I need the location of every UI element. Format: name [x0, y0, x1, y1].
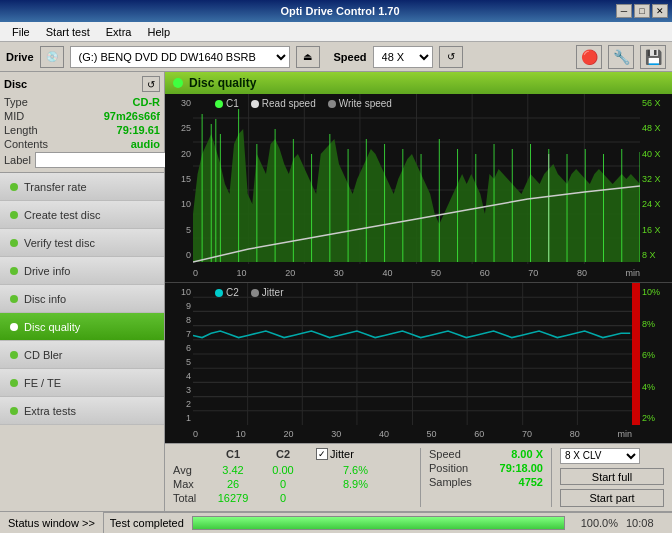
write-speed-label: Write speed [339, 98, 392, 109]
progress-text: 100.0% [573, 517, 618, 529]
disc-label-input[interactable] [35, 152, 168, 168]
start-full-button[interactable]: Start full [560, 468, 664, 486]
menu-extra[interactable]: Extra [98, 24, 140, 40]
jitter-check: ✓ Jitter [316, 448, 354, 460]
read-speed-dot [251, 100, 259, 108]
disc-quality-title: Disc quality [189, 76, 256, 90]
drive-label: Drive [6, 51, 34, 63]
menu-file[interactable]: File [4, 24, 38, 40]
app-title: Opti Drive Control 1.70 [64, 5, 616, 17]
disc-mid-label: MID [4, 110, 24, 122]
avg-jitter: 7.6% [308, 464, 368, 476]
status-progress-area: Test completed 100.0% 10:08 [104, 514, 672, 532]
status-text: Test completed [110, 517, 184, 529]
max-c2: 0 [258, 478, 308, 490]
write-speed-dot [328, 100, 336, 108]
menu-bar: File Start test Extra Help [0, 22, 672, 42]
nav-dot [10, 183, 18, 191]
drive-icon-btn[interactable]: 💿 [40, 46, 64, 68]
status-window-btn[interactable]: Status window >> [0, 512, 104, 533]
legend-read-speed: Read speed [251, 98, 316, 109]
save-icon-btn[interactable]: 💾 [640, 45, 666, 69]
disc-type-row: Type CD-R [4, 96, 160, 108]
title-bar-buttons: ─ □ ✕ [616, 4, 668, 18]
action-section: 8 X CLV Start full Start part [552, 444, 672, 511]
disc-contents-label: Contents [4, 138, 48, 150]
nav-cd-bler[interactable]: CD Bler [0, 341, 164, 369]
disc-mid-row: MID 97m26s66f [4, 110, 160, 122]
max-label: Max [173, 478, 208, 490]
bottom-chart-x-axis: 0 10 20 30 40 50 60 70 80 min [193, 425, 632, 443]
disc-label-row: Label ⚙ [4, 152, 160, 168]
stats-total-row: Total 16279 0 [173, 492, 412, 504]
bottom-chart-y-right: 10% 8% 6% 4% 2% [640, 283, 672, 425]
stats-table: C1 C2 ✓ Jitter Avg 3.42 0.00 7.6% Max 26 [165, 444, 420, 511]
nav-transfer-rate[interactable]: Transfer rate [0, 173, 164, 201]
jitter-check-label: Jitter [330, 448, 354, 460]
nav-drive-info-label: Drive info [24, 265, 70, 277]
nav-fe-te[interactable]: FE / TE [0, 369, 164, 397]
samples-row-label: Samples [429, 476, 472, 488]
avg-label: Avg [173, 464, 208, 476]
nav-disc-quality-label: Disc quality [24, 321, 80, 333]
legend-c1: C1 [215, 98, 239, 109]
settings-icon-btn[interactable]: 🔧 [608, 45, 634, 69]
disc-contents-value: audio [131, 138, 160, 150]
nav-dot [10, 239, 18, 247]
bottom-chart-canvas [193, 283, 632, 425]
nav-dot [10, 267, 18, 275]
max-c1: 26 [208, 478, 258, 490]
nav-transfer-rate-label: Transfer rate [24, 181, 87, 193]
top-chart-y-right: 56 X 48 X 40 X 32 X 24 X 16 X 8 X [640, 94, 672, 262]
position-row-value: 79:18.00 [500, 462, 543, 474]
total-jitter [308, 492, 368, 504]
disc-quality-dot [173, 78, 183, 88]
menu-help[interactable]: Help [139, 24, 178, 40]
read-speed-label: Read speed [262, 98, 316, 109]
disc-mid-value: 97m26s66f [104, 110, 160, 122]
nav-drive-info[interactable]: Drive info [0, 257, 164, 285]
speed-refresh-btn[interactable]: ↺ [439, 46, 463, 68]
nav-extra-tests[interactable]: Extra tests [0, 397, 164, 425]
burn-icon-btn[interactable]: 🔴 [576, 45, 602, 69]
start-part-button[interactable]: Start part [560, 489, 664, 507]
menu-start-test[interactable]: Start test [38, 24, 98, 40]
top-chart-y-left: 30 25 20 15 10 5 0 [165, 94, 193, 262]
title-bar: Opti Drive Control 1.70 ─ □ ✕ [0, 0, 672, 22]
top-chart-x-axis: 0 10 20 30 40 50 60 70 80 min [193, 264, 640, 282]
nav-disc-info[interactable]: Disc info [0, 285, 164, 313]
avg-c1: 3.42 [208, 464, 258, 476]
jitter-label: Jitter [262, 287, 284, 298]
disc-refresh-btn[interactable]: ↺ [142, 76, 160, 92]
minimize-button[interactable]: ─ [616, 4, 632, 18]
c1-header: C1 [208, 448, 258, 462]
legend-c2: C2 [215, 287, 239, 298]
total-c1: 16279 [208, 492, 258, 504]
close-button[interactable]: ✕ [652, 4, 668, 18]
eject-button[interactable]: ⏏ [296, 46, 320, 68]
stats-bar: C1 C2 ✓ Jitter Avg 3.42 0.00 7.6% Max 26 [165, 443, 672, 511]
c2-label: C2 [226, 287, 239, 298]
disc-length-label: Length [4, 124, 38, 136]
disc-length-value: 79:19.61 [117, 124, 160, 136]
drive-select[interactable]: (G:) BENQ DVD DD DW1640 BSRB [70, 46, 290, 68]
stats-max-row: Max 26 0 8.9% [173, 478, 412, 490]
clv-select[interactable]: 8 X CLV [560, 448, 640, 464]
jitter-checkbox[interactable]: ✓ [316, 448, 328, 460]
samples-row: Samples 4752 [429, 476, 543, 488]
disc-section: Disc ↺ Type CD-R MID 97m26s66f Length 79… [0, 72, 164, 173]
disc-header: Disc ↺ [4, 76, 160, 92]
nav-fe-te-label: FE / TE [24, 377, 61, 389]
bottom-chart-y-left: 10 9 8 7 6 5 4 3 2 1 [165, 283, 193, 425]
nav-disc-quality[interactable]: Disc quality [0, 313, 164, 341]
samples-row-value: 4752 [519, 476, 543, 488]
maximize-button[interactable]: □ [634, 4, 650, 18]
speed-select[interactable]: 48 X [373, 46, 433, 68]
disc-type-label: Type [4, 96, 28, 108]
nav-verify-test-disc-label: Verify test disc [24, 237, 95, 249]
speed-label: Speed [334, 51, 367, 63]
speed-row-value: 8.00 X [511, 448, 543, 460]
nav-verify-test-disc[interactable]: Verify test disc [0, 229, 164, 257]
top-chart-legend: C1 Read speed Write speed [215, 98, 392, 109]
nav-create-test-disc[interactable]: Create test disc [0, 201, 164, 229]
